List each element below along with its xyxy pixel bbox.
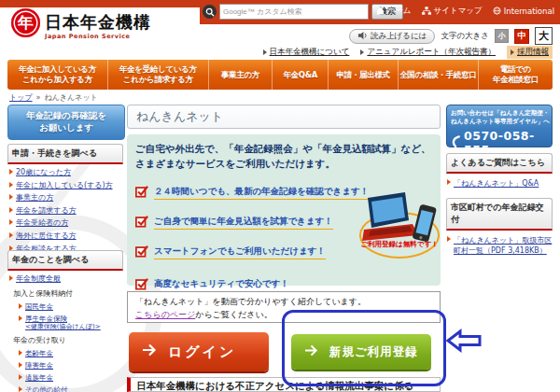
checklist-item-label: スマートフォンでもご利用いただけます！ xyxy=(154,245,326,259)
register-button-label: 新規ご利用登録 xyxy=(329,344,418,360)
check-icon xyxy=(135,244,148,261)
search-input[interactable] xyxy=(219,4,369,20)
sitemap-link[interactable]: サイトマップ xyxy=(422,6,483,17)
pension-record-banner[interactable]: 年金記録の再確認を お願いします xyxy=(7,105,125,140)
phone-contact-line1: お問い合わせは「ねんきん定期便・ xyxy=(451,109,548,118)
header-link-annual-report[interactable]: アニュアルレポート（年次報告書） xyxy=(360,47,496,58)
sidebar-link-claim[interactable]: 年金を請求する方 xyxy=(9,206,123,216)
records-link[interactable]: 「ねんきんネット」取扱市区町村一覧（PDF 3,418KB） xyxy=(454,235,553,256)
arrow-bullet-icon xyxy=(447,236,451,242)
search-icon xyxy=(203,5,217,19)
checklist-item-label: ご自身で簡単に年金見込額を試算できます！ xyxy=(154,216,333,230)
header-link-about[interactable]: 日本年金機構について xyxy=(263,47,350,58)
security-notice: 日本年金機構における不正アクセスによる情報流出事案に係る xyxy=(127,377,441,392)
faq-link[interactable]: 「ねんきんネット」Q&A xyxy=(454,178,539,189)
sidebar-link-label: 年金受給者の方 xyxy=(16,218,68,228)
header-link-about-label: 日本年金機構について xyxy=(270,47,350,58)
arrow-bullet-icon xyxy=(9,275,13,281)
read-aloud-button[interactable]: 読み上げるには xyxy=(349,29,436,44)
nav-tab-label: これから請求する方 xyxy=(123,75,193,85)
sidebar-link-label: その他の給付 xyxy=(25,385,68,392)
sidebar-link-label: 遺族年金 xyxy=(25,373,53,382)
sidebar-link-sublabel: <健康保険(協会けんぽ)> xyxy=(25,323,101,330)
nav-tab-offices[interactable]: 全国の相談・手続窓口 xyxy=(398,60,478,90)
sitemap-link-label: サイトマップ xyxy=(434,6,483,17)
logo-seal-icon: 年 xyxy=(11,8,40,37)
faq-link-row[interactable]: 「ねんきんネット」Q&A xyxy=(447,178,553,189)
arrow-bullet-icon xyxy=(511,49,514,55)
banner-line2: お願いします xyxy=(39,122,93,134)
login-button[interactable]: ログイン xyxy=(129,332,269,371)
arrow-bullet-icon xyxy=(9,219,13,225)
nav-tab-enrolled[interactable]: 年金に加入している方 これから加入する方 xyxy=(7,60,107,90)
sitemap-icon xyxy=(422,7,431,17)
nav-tab-phone-consult[interactable]: 電話での 年金相談窓口 xyxy=(478,60,553,90)
sidebar-link-label: 年金を請求する方 xyxy=(16,206,77,216)
page-title: ねんきんネット xyxy=(127,105,441,129)
sidebar-link-label: 障害年金 xyxy=(25,361,53,370)
breadcrumb-home-link[interactable]: トップ xyxy=(9,92,33,103)
video-info-line2: こちらのページからご覧ください。 xyxy=(135,309,432,322)
header-link-annual-label: アニュアルレポート（年次報告書） xyxy=(367,47,496,58)
main-nav: 年金に加入している方 これから加入する方 年金を受給している方 これから請求する… xyxy=(7,60,553,90)
speaker-icon xyxy=(357,31,368,42)
logo[interactable]: 年 日本年金機構 Japan Pension Service xyxy=(11,8,151,40)
arrow-bullet-icon xyxy=(9,182,13,188)
nav-tab-employers[interactable]: 事業主の方 xyxy=(208,60,272,90)
breadcrumb-separator: » xyxy=(36,93,41,102)
logo-subtitle: Japan Pension Service xyxy=(45,33,151,40)
sidebar-group-receiving: 年金の受け取り xyxy=(13,335,123,345)
sidebar-link-label: 20歳になった方 xyxy=(16,168,71,177)
video-page-link[interactable]: こちらのページ xyxy=(135,310,195,319)
login-button-label: ログイン xyxy=(168,343,236,361)
text-size-large-button[interactable]: 大 xyxy=(535,27,553,45)
sidebar-link-employer[interactable]: 事業主の方 xyxy=(9,193,123,203)
nav-tab-label: 年金相談窓口 xyxy=(493,75,539,85)
read-aloud-label: 読み上げるには xyxy=(371,31,427,42)
nav-tab-label: 年金Q&A xyxy=(283,70,317,80)
home-icon xyxy=(376,7,385,17)
globe-icon xyxy=(493,7,501,17)
sidebar-link-survivors[interactable]: 遺族年金 xyxy=(19,373,123,382)
sidebar-link-recipient[interactable]: 年金受給者の方 xyxy=(9,218,123,228)
video-info-line2-rest: からご覧ください。 xyxy=(195,310,272,319)
sidebar-link-system-general[interactable]: 年金制度全般 xyxy=(9,274,123,284)
logo-title: 日本年金機構 xyxy=(45,12,151,33)
sidebar-link-age20[interactable]: 20歳になった方 xyxy=(9,168,123,177)
sidebar-link-enrolling[interactable]: 年金に加入している(する)方 xyxy=(9,181,123,190)
home-link[interactable]: ホーム xyxy=(376,6,412,17)
header-links: 日本年金機構について アニュアルレポート（年次報告書） 採用情報 xyxy=(263,46,553,59)
topbar-links: ホーム サイトマップ International xyxy=(376,6,554,17)
sidebar-link-national-pension[interactable]: 国民年金 xyxy=(19,302,123,311)
banner-line1: 年金記録の再確認を xyxy=(26,110,106,122)
register-button[interactable]: 新規ご利用登録 xyxy=(291,334,431,370)
sidebar-link-overseas[interactable]: 海外に居住する方 xyxy=(9,231,123,241)
breadcrumb: トップ » ねんきんネット xyxy=(9,92,98,103)
arrow-bullet-icon xyxy=(9,169,13,175)
international-link[interactable]: International xyxy=(493,7,554,17)
header-link-recruit[interactable]: 採用情報 xyxy=(507,46,553,59)
arrow-bullet-icon xyxy=(447,179,451,185)
text-size-small-button[interactable]: 小 xyxy=(495,29,509,43)
nav-tab-label: 申請・届出様式 xyxy=(336,70,389,80)
sidebar-link-other-benefits[interactable]: その他の給付 xyxy=(19,385,123,392)
sidebar-link-employees-pension[interactable]: 厚生年金保険 <健康保険(協会けんぽ)> xyxy=(19,315,123,330)
text-size-medium-button[interactable]: 中 xyxy=(514,29,529,44)
nav-tab-forms[interactable]: 申請・届出様式 xyxy=(328,60,397,90)
nav-tab-label: 年金を受給している方 xyxy=(119,64,197,75)
check-icon xyxy=(135,184,148,202)
records-link-row[interactable]: 「ねんきんネット」取扱市区町村一覧（PDF 3,418KB） xyxy=(447,235,553,256)
arrow-bullet-icon xyxy=(9,207,13,213)
sidebar-heading-pension-info: 年金のことを調べる xyxy=(7,250,123,271)
arrow-right-icon xyxy=(304,344,318,359)
sidebar-link-disability[interactable]: 障害年金 xyxy=(19,361,123,370)
intro-text: ご自宅や外出先で、「年金記録照会」や「年金見込額試算」など、さまざまなサービスを… xyxy=(135,142,432,172)
nav-tab-receiving[interactable]: 年金を受給している方 これから請求する方 xyxy=(107,60,208,90)
nav-tab-qa[interactable]: 年金Q&A xyxy=(272,60,328,90)
checklist-item-label: ２４時間いつでも、最新の年金記録を確認できます！ xyxy=(154,186,369,200)
records-heading: 市区町村での年金記録交付 xyxy=(446,198,553,231)
sidebar-link-label: 厚生年金保険 xyxy=(25,315,101,323)
sidebar-link-old-age[interactable]: 老齢年金 xyxy=(19,349,123,357)
check-icon xyxy=(135,214,148,231)
nav-tab-label: これから加入する方 xyxy=(22,75,92,85)
